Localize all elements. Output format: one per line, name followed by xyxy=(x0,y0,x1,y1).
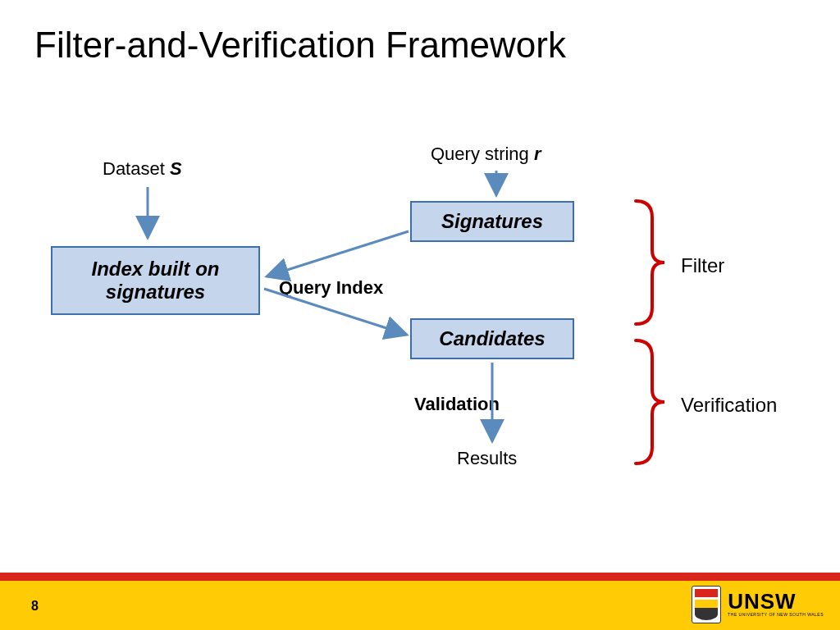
verification-phase-label: Verification xyxy=(681,394,777,417)
results-label: Results xyxy=(457,448,517,469)
query-string-var: r xyxy=(534,144,541,164)
logo-text-wrap: UNSW THE UNIVERSITY OF NEW SOUTH WALES xyxy=(728,592,824,616)
query-string-text: Query string xyxy=(431,144,534,164)
dataset-var: S xyxy=(170,158,182,179)
slide-title: Filter-and-Verification Framework xyxy=(34,25,566,66)
unsw-logo: UNSW THE UNIVERSITY OF NEW SOUTH WALES xyxy=(692,586,824,623)
query-index-label: Query Index xyxy=(279,277,383,299)
validation-label: Validation xyxy=(414,394,500,415)
index-box: Index built on signatures xyxy=(51,246,260,315)
dataset-label: Dataset S xyxy=(103,158,182,180)
diagram-arrows xyxy=(0,0,840,630)
svg-line-2 xyxy=(267,231,409,276)
logo-name: UNSW xyxy=(728,592,824,611)
crest-icon xyxy=(692,586,721,623)
dataset-label-text: Dataset xyxy=(103,158,170,179)
page-number: 8 xyxy=(31,599,39,614)
logo-subtitle: THE UNIVERSITY OF NEW SOUTH WALES xyxy=(728,612,824,617)
signatures-box: Signatures xyxy=(410,201,574,242)
query-string-label: Query string r xyxy=(431,144,541,165)
slide: Filter-and-Verification Framework Datase… xyxy=(0,0,840,630)
footer-stripe xyxy=(0,573,840,581)
filter-phase-label: Filter xyxy=(681,254,724,277)
candidates-box: Candidates xyxy=(410,318,574,359)
